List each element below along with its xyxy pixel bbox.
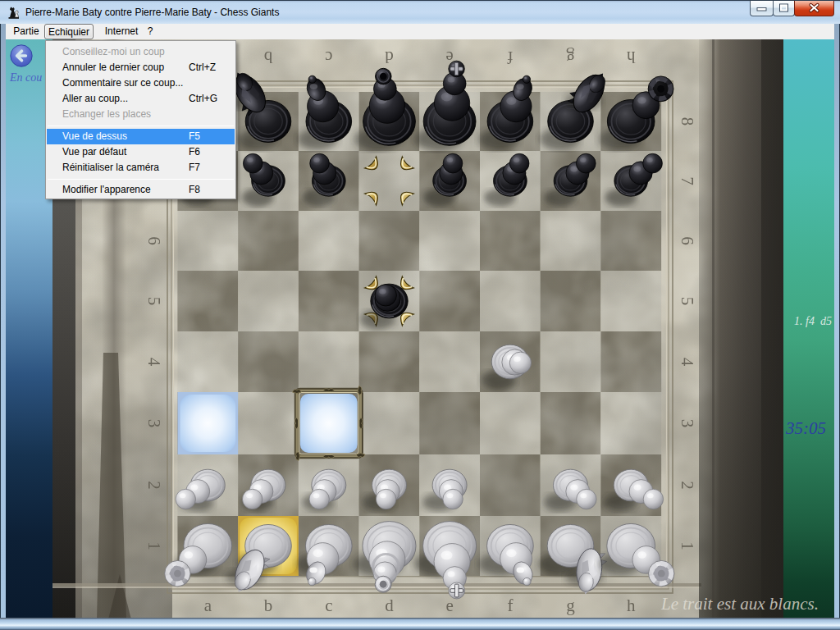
- svg-text:6: 6: [144, 236, 164, 245]
- svg-text:8: 8: [678, 117, 697, 126]
- svg-text:d: d: [385, 596, 394, 615]
- svg-text:1: 1: [144, 541, 164, 550]
- svg-text:a: a: [204, 596, 212, 615]
- svg-text:f: f: [507, 596, 513, 615]
- svg-text:c: c: [325, 596, 332, 615]
- svg-text:2: 2: [678, 481, 697, 490]
- svg-text:1: 1: [678, 541, 697, 550]
- svg-text:5: 5: [144, 297, 164, 306]
- svg-text:c: c: [325, 48, 332, 67]
- svg-text:f: f: [507, 48, 513, 67]
- svg-text:g: g: [566, 48, 575, 67]
- svg-text:h: h: [627, 596, 636, 615]
- svg-text:3: 3: [678, 419, 697, 428]
- svg-text:4: 4: [144, 358, 164, 367]
- svg-text:h: h: [626, 48, 635, 67]
- svg-text:b: b: [264, 48, 273, 67]
- svg-text:b: b: [264, 596, 273, 615]
- svg-text:4: 4: [678, 358, 697, 367]
- svg-text:6: 6: [678, 236, 697, 245]
- svg-text:2: 2: [144, 481, 164, 490]
- svg-text:3: 3: [144, 419, 164, 428]
- svg-text:e: e: [445, 596, 453, 615]
- svg-text:7: 7: [678, 176, 697, 185]
- svg-text:d: d: [385, 48, 394, 67]
- svg-text:5: 5: [678, 297, 697, 306]
- svg-text:g: g: [566, 596, 575, 615]
